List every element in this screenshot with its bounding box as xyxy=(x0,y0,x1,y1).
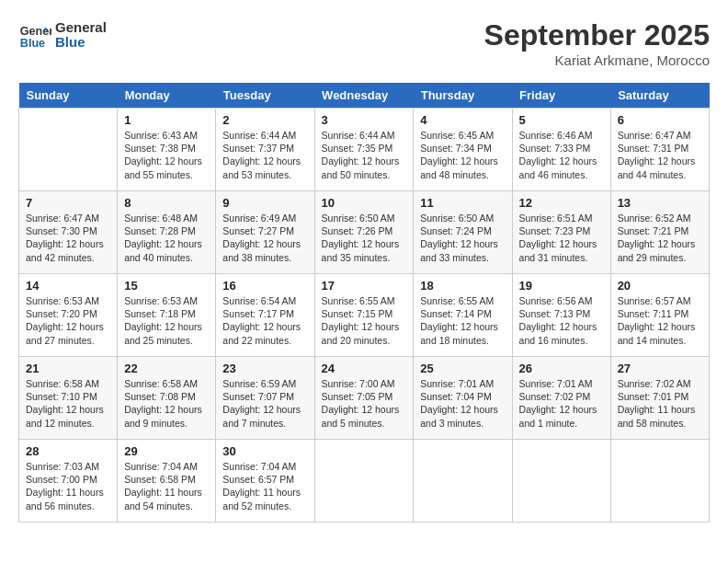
col-header-thursday: Thursday xyxy=(414,83,512,109)
day-info: Sunrise: 6:46 AM Sunset: 7:33 PM Dayligh… xyxy=(519,129,604,181)
calendar-cell: 16Sunrise: 6:54 AM Sunset: 7:17 PM Dayli… xyxy=(216,274,314,357)
day-info: Sunrise: 6:47 AM Sunset: 7:30 PM Dayligh… xyxy=(26,212,110,264)
day-number: 26 xyxy=(519,362,604,375)
calendar-cell xyxy=(414,440,512,523)
day-number: 13 xyxy=(618,196,702,210)
month-title: September 2025 xyxy=(484,18,710,52)
week-row-2: 7Sunrise: 6:47 AM Sunset: 7:30 PM Daylig… xyxy=(19,191,710,274)
calendar-cell: 11Sunrise: 6:50 AM Sunset: 7:24 PM Dayli… xyxy=(414,191,512,274)
day-number: 30 xyxy=(222,444,307,458)
day-number: 19 xyxy=(519,279,604,293)
day-number: 29 xyxy=(124,444,209,458)
day-number: 22 xyxy=(124,362,209,375)
calendar-cell: 6Sunrise: 6:47 AM Sunset: 7:31 PM Daylig… xyxy=(610,109,709,191)
logo-icon: General Blue xyxy=(18,18,51,52)
calendar-cell xyxy=(610,440,709,523)
calendar-header-row: SundayMondayTuesdayWednesdayThursdayFrid… xyxy=(19,83,710,109)
calendar-cell: 4Sunrise: 6:45 AM Sunset: 7:34 PM Daylig… xyxy=(414,109,512,191)
calendar-cell: 24Sunrise: 7:00 AM Sunset: 7:05 PM Dayli… xyxy=(314,357,414,440)
day-number: 8 xyxy=(124,196,209,210)
calendar-cell: 30Sunrise: 7:04 AM Sunset: 6:57 PM Dayli… xyxy=(216,440,314,523)
col-header-tuesday: Tuesday xyxy=(216,83,314,109)
col-header-monday: Monday xyxy=(118,83,216,109)
calendar-cell: 17Sunrise: 6:55 AM Sunset: 7:15 PM Dayli… xyxy=(314,274,414,357)
day-number: 4 xyxy=(420,113,505,127)
calendar-cell: 5Sunrise: 6:46 AM Sunset: 7:33 PM Daylig… xyxy=(512,109,610,191)
calendar-cell: 19Sunrise: 6:56 AM Sunset: 7:13 PM Dayli… xyxy=(512,274,610,357)
day-info: Sunrise: 6:50 AM Sunset: 7:26 PM Dayligh… xyxy=(322,212,407,264)
day-info: Sunrise: 7:04 AM Sunset: 6:58 PM Dayligh… xyxy=(124,460,209,512)
day-info: Sunrise: 7:01 AM Sunset: 7:04 PM Dayligh… xyxy=(420,377,505,430)
day-info: Sunrise: 7:03 AM Sunset: 7:00 PM Dayligh… xyxy=(26,460,110,512)
day-number: 18 xyxy=(420,279,505,293)
calendar-body: 1Sunrise: 6:43 AM Sunset: 7:38 PM Daylig… xyxy=(19,109,710,523)
day-number: 20 xyxy=(618,279,702,293)
day-number: 28 xyxy=(26,444,110,458)
day-number: 12 xyxy=(519,196,604,210)
day-info: Sunrise: 7:01 AM Sunset: 7:02 PM Dayligh… xyxy=(519,377,604,430)
calendar-cell xyxy=(19,109,118,191)
calendar-cell: 20Sunrise: 6:57 AM Sunset: 7:11 PM Dayli… xyxy=(610,274,709,357)
calendar-cell: 29Sunrise: 7:04 AM Sunset: 6:58 PM Dayli… xyxy=(118,440,216,523)
calendar-cell: 28Sunrise: 7:03 AM Sunset: 7:00 PM Dayli… xyxy=(19,440,118,523)
logo-blue-text: Blue xyxy=(55,35,107,51)
week-row-1: 1Sunrise: 6:43 AM Sunset: 7:38 PM Daylig… xyxy=(19,109,710,191)
day-number: 15 xyxy=(124,279,209,293)
day-info: Sunrise: 6:58 AM Sunset: 7:10 PM Dayligh… xyxy=(26,377,110,430)
col-header-sunday: Sunday xyxy=(19,83,118,109)
calendar-cell: 7Sunrise: 6:47 AM Sunset: 7:30 PM Daylig… xyxy=(19,191,118,274)
location-subtitle: Kariat Arkmane, Morocco xyxy=(484,52,710,68)
calendar-cell: 21Sunrise: 6:58 AM Sunset: 7:10 PM Dayli… xyxy=(19,357,118,440)
calendar-cell: 12Sunrise: 6:51 AM Sunset: 7:23 PM Dayli… xyxy=(512,191,610,274)
calendar-cell: 22Sunrise: 6:58 AM Sunset: 7:08 PM Dayli… xyxy=(118,357,216,440)
day-number: 9 xyxy=(222,196,307,210)
calendar-cell: 25Sunrise: 7:01 AM Sunset: 7:04 PM Dayli… xyxy=(414,357,512,440)
day-info: Sunrise: 6:58 AM Sunset: 7:08 PM Dayligh… xyxy=(124,377,209,430)
col-header-friday: Friday xyxy=(512,83,610,109)
calendar-cell: 10Sunrise: 6:50 AM Sunset: 7:26 PM Dayli… xyxy=(314,191,414,274)
day-info: Sunrise: 6:54 AM Sunset: 7:17 PM Dayligh… xyxy=(222,294,307,347)
day-info: Sunrise: 7:00 AM Sunset: 7:05 PM Dayligh… xyxy=(322,377,407,430)
day-number: 16 xyxy=(222,279,307,293)
day-info: Sunrise: 6:44 AM Sunset: 7:37 PM Dayligh… xyxy=(222,129,307,181)
col-header-saturday: Saturday xyxy=(610,83,709,109)
calendar-cell xyxy=(314,440,414,523)
day-info: Sunrise: 6:59 AM Sunset: 7:07 PM Dayligh… xyxy=(222,377,307,430)
day-info: Sunrise: 6:48 AM Sunset: 7:28 PM Dayligh… xyxy=(124,212,209,264)
day-number: 2 xyxy=(222,113,307,127)
calendar-cell: 18Sunrise: 6:55 AM Sunset: 7:14 PM Dayli… xyxy=(414,274,512,357)
day-info: Sunrise: 6:51 AM Sunset: 7:23 PM Dayligh… xyxy=(519,212,604,264)
calendar-cell: 23Sunrise: 6:59 AM Sunset: 7:07 PM Dayli… xyxy=(216,357,314,440)
day-info: Sunrise: 6:50 AM Sunset: 7:24 PM Dayligh… xyxy=(420,212,505,264)
day-number: 5 xyxy=(519,113,604,127)
day-info: Sunrise: 6:47 AM Sunset: 7:31 PM Dayligh… xyxy=(618,129,702,181)
day-number: 21 xyxy=(26,362,110,375)
calendar-cell: 15Sunrise: 6:53 AM Sunset: 7:18 PM Dayli… xyxy=(118,274,216,357)
day-number: 27 xyxy=(618,362,702,375)
week-row-5: 28Sunrise: 7:03 AM Sunset: 7:00 PM Dayli… xyxy=(19,440,710,523)
day-info: Sunrise: 6:52 AM Sunset: 7:21 PM Dayligh… xyxy=(618,212,702,264)
day-info: Sunrise: 6:49 AM Sunset: 7:27 PM Dayligh… xyxy=(222,212,307,264)
day-info: Sunrise: 6:45 AM Sunset: 7:34 PM Dayligh… xyxy=(420,129,505,181)
day-number: 17 xyxy=(322,279,407,293)
calendar-cell: 27Sunrise: 7:02 AM Sunset: 7:01 PM Dayli… xyxy=(610,357,709,440)
day-info: Sunrise: 6:55 AM Sunset: 7:14 PM Dayligh… xyxy=(420,294,505,347)
calendar-cell: 3Sunrise: 6:44 AM Sunset: 7:35 PM Daylig… xyxy=(314,109,414,191)
svg-text:Blue: Blue xyxy=(20,37,45,50)
logo: General Blue General Blue xyxy=(18,18,107,52)
day-info: Sunrise: 6:44 AM Sunset: 7:35 PM Dayligh… xyxy=(322,129,407,181)
calendar-cell: 9Sunrise: 6:49 AM Sunset: 7:27 PM Daylig… xyxy=(216,191,314,274)
calendar-table: SundayMondayTuesdayWednesdayThursdayFrid… xyxy=(18,83,710,523)
day-info: Sunrise: 6:43 AM Sunset: 7:38 PM Dayligh… xyxy=(124,129,209,181)
day-info: Sunrise: 7:02 AM Sunset: 7:01 PM Dayligh… xyxy=(618,377,702,430)
day-number: 7 xyxy=(26,196,110,210)
day-number: 24 xyxy=(322,362,407,375)
day-info: Sunrise: 6:53 AM Sunset: 7:18 PM Dayligh… xyxy=(124,294,209,347)
day-number: 25 xyxy=(420,362,505,375)
col-header-wednesday: Wednesday xyxy=(314,83,414,109)
calendar-cell: 2Sunrise: 6:44 AM Sunset: 7:37 PM Daylig… xyxy=(216,109,314,191)
page-header: General Blue General Blue September 2025… xyxy=(18,18,710,68)
title-block: September 2025 Kariat Arkmane, Morocco xyxy=(484,18,710,68)
day-number: 23 xyxy=(222,362,307,375)
day-info: Sunrise: 6:53 AM Sunset: 7:20 PM Dayligh… xyxy=(26,294,110,347)
